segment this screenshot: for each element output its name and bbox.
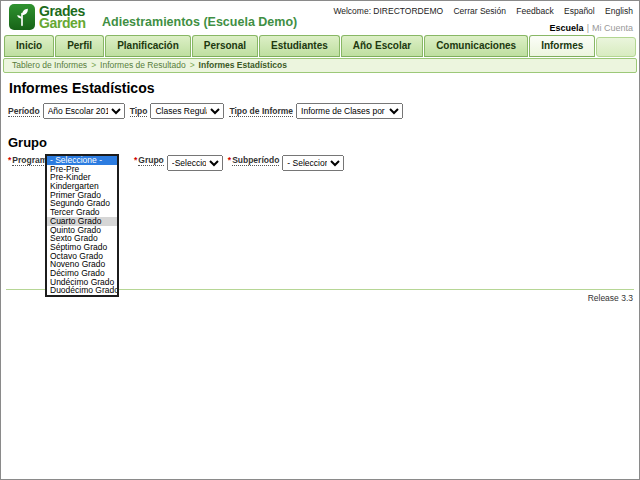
- programa-option[interactable]: Sexto Grado: [47, 234, 117, 243]
- programa-option[interactable]: - Seleccione -: [47, 156, 117, 165]
- release-label: Release 3.3: [588, 293, 633, 303]
- programa-option[interactable]: Séptimo Grado: [47, 243, 117, 252]
- grupo-label[interactable]: Grupo: [138, 155, 164, 166]
- tipo-informe-label[interactable]: Tipo de Informe: [229, 106, 293, 117]
- tab-bar: InicioPerfilPlanificaciónPersonalEstudia…: [1, 33, 639, 57]
- language-english-link[interactable]: English: [605, 6, 633, 16]
- programa-option[interactable]: Tercer Grado: [47, 208, 117, 217]
- grupo-select[interactable]: -Seleccione-: [167, 155, 223, 171]
- subperiodo-select[interactable]: - Seleccione -: [282, 155, 344, 171]
- tab-perfil[interactable]: Perfil: [55, 35, 104, 57]
- sprout-icon: [9, 4, 35, 30]
- programa-option[interactable]: Segundo Grado: [47, 199, 117, 208]
- programa-option[interactable]: Pre-Kinder: [47, 173, 117, 182]
- logout-link[interactable]: Cerrar Sesión: [453, 6, 505, 16]
- school-title: Adiestramientos (Escuela Demo): [102, 15, 297, 29]
- my-account-link[interactable]: Mi Cuenta: [592, 23, 633, 33]
- tab-planificación[interactable]: Planificación: [105, 35, 191, 57]
- welcome-row: Welcome: DIRECTORDEMO Cerrar Sesión Feed…: [325, 6, 633, 16]
- programa-option[interactable]: Quinto Grado: [47, 226, 117, 235]
- programa-required-marker: *: [8, 155, 11, 165]
- breadcrumb: Tablero de Informes>Informes de Resultad…: [3, 58, 637, 73]
- welcome-text: Welcome: DIRECTORDEMO: [333, 6, 443, 16]
- programa-option[interactable]: Duodécimo Grado: [47, 286, 117, 295]
- section-title-grupo: Grupo: [8, 135, 47, 150]
- programa-option[interactable]: Undécimo Grado: [47, 278, 117, 287]
- programa-option[interactable]: Cuarto Grado: [47, 217, 117, 226]
- periodo-label[interactable]: Período: [8, 106, 40, 117]
- tab-estudiantes[interactable]: Estudiantes: [259, 35, 340, 57]
- breadcrumb-item[interactable]: Tablero de Informes: [12, 60, 87, 70]
- programa-option[interactable]: Décimo Grado: [47, 269, 117, 278]
- programa-option[interactable]: Pre-Pre: [47, 165, 117, 174]
- grupo-required-marker: *: [134, 155, 137, 165]
- breadcrumb-separator: >: [91, 60, 96, 70]
- brand-garden: Garden: [39, 17, 86, 29]
- subperiodo-label[interactable]: Subperíodo: [232, 155, 279, 166]
- school-link[interactable]: Escuela: [550, 23, 584, 33]
- programa-option[interactable]: Noveno Grado: [47, 260, 117, 269]
- tab-comunicaciones[interactable]: Comunicaciones: [424, 35, 528, 57]
- tab-bar-filler: [596, 37, 636, 57]
- page: Grades Garden Adiestramientos (Escuela D…: [0, 0, 640, 480]
- breadcrumb-separator: >: [190, 60, 195, 70]
- language-spanish-link[interactable]: Español: [564, 6, 595, 16]
- page-title: Informes Estadísticos: [9, 80, 155, 96]
- periodo-select[interactable]: Año Escolar 2018-19: [43, 103, 125, 119]
- header-right: Welcome: DIRECTORDEMO Cerrar Sesión Feed…: [325, 6, 633, 33]
- breadcrumb-item[interactable]: Informes de Resultado: [100, 60, 186, 70]
- brand-text: Grades Garden: [39, 5, 86, 29]
- tab-año-escolar[interactable]: Año Escolar: [341, 35, 423, 57]
- tipo-select[interactable]: Clases Regulares: [150, 103, 224, 119]
- header: Grades Garden Adiestramientos (Escuela D…: [1, 1, 639, 33]
- tipo-informe-select[interactable]: Informe de Clases por Grupo: [296, 103, 403, 119]
- tab-personal[interactable]: Personal: [192, 35, 258, 57]
- feedback-link[interactable]: Feedback: [516, 6, 553, 16]
- programa-listbox[interactable]: - Seleccione -Pre-PrePre-KinderKindergar…: [45, 154, 119, 297]
- programa-option[interactable]: Octavo Grado: [47, 252, 117, 261]
- breadcrumb-item: Informes Estadísticos: [199, 60, 287, 70]
- account-row: Escuela|Mi Cuenta: [325, 23, 633, 33]
- tipo-label[interactable]: Tipo: [130, 106, 148, 117]
- tab-inicio[interactable]: Inicio: [4, 35, 54, 57]
- subperiodo-required-marker: *: [228, 155, 231, 165]
- filter-row: Período Año Escolar 2018-19 Tipo Clases …: [8, 103, 408, 119]
- tab-informes[interactable]: Informes: [529, 35, 595, 57]
- programa-option[interactable]: Primer Grado: [47, 191, 117, 200]
- brand-logo[interactable]: Grades Garden: [9, 4, 86, 30]
- programa-option[interactable]: Kindergarten: [47, 182, 117, 191]
- account-separator: |: [587, 23, 589, 33]
